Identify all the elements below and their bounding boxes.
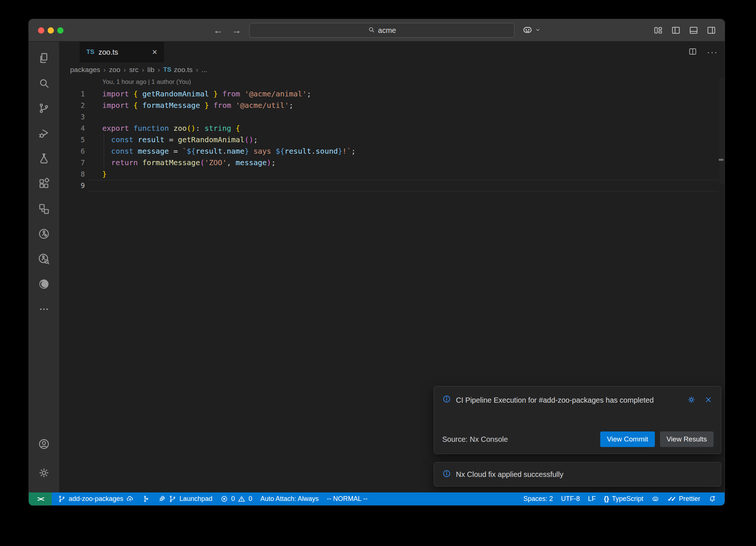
activity-testing-icon[interactable] [29, 146, 59, 171]
indent-guide [104, 134, 104, 168]
breadcrumb-item--[interactable]: ... [202, 66, 207, 74]
command-center-search[interactable]: acme [249, 23, 515, 38]
minimize-window-button[interactable] [48, 27, 54, 34]
activity-accounts-icon[interactable] [29, 430, 59, 458]
problems-label: 0 [248, 495, 252, 503]
notification-settings-gear-icon[interactable] [687, 395, 696, 406]
notification-toast-ci-pipeline: CI Pipeline Execution for #add-zoo-packa… [434, 386, 721, 454]
copilot-icon [652, 495, 659, 503]
close-window-button[interactable] [38, 27, 44, 34]
statusbar-launchpad[interactable]: Launchpad [154, 492, 216, 505]
notification-message: CI Pipeline Execution for #add-zoo-packa… [456, 395, 672, 406]
view-results-button[interactable]: View Results [660, 431, 714, 447]
copilot-menu[interactable] [522, 24, 541, 37]
close-tab-icon[interactable]: × [152, 48, 157, 57]
line-number: 2 [59, 100, 85, 111]
navigate-back-button[interactable]: ← [213, 25, 223, 36]
problems-label: 0 [231, 495, 235, 503]
rocket-icon [158, 495, 166, 503]
breadcrumb-item-lib[interactable]: lib [147, 66, 154, 74]
info-icon [442, 395, 451, 405]
branch-icon [58, 495, 66, 503]
statusbar-pipeline-status[interactable] [138, 492, 154, 505]
code-line: 4export function zoo(): string { [59, 123, 725, 134]
statusbar-language-mode[interactable]: {}TypeScript [600, 492, 647, 505]
statusbar-copilot-status[interactable] [647, 492, 663, 505]
language-mode-label: TypeScript [612, 495, 643, 503]
layout-controls [653, 25, 717, 37]
split-editor-icon[interactable] [688, 47, 697, 58]
editor-scrollbar[interactable] [719, 77, 725, 184]
toggle-primary-sidebar-icon[interactable] [671, 25, 681, 37]
view-commit-button[interactable]: View Commit [600, 431, 655, 447]
language-mode-glyph: {} [604, 495, 609, 503]
activity-explorer-icon[interactable] [29, 45, 59, 71]
code-editor[interactable]: 1import { getRandomAnimal } from '@acme/… [59, 88, 725, 191]
line-number: 9 [59, 180, 85, 191]
git-blame-annotation: You, 1 hour ago | 1 author (You) [102, 78, 191, 86]
statusbar-auto-attach[interactable]: Auto Attach: Always [256, 492, 323, 505]
info-icon [442, 469, 451, 480]
typescript-file-icon: TS [86, 48, 94, 56]
activity-search-icon[interactable] [29, 71, 59, 96]
statusbar-formatter[interactable]: ✓✓Prettier [663, 492, 704, 505]
line-number: 5 [59, 134, 85, 146]
pipeline-icon [142, 495, 150, 503]
statusbar-eol[interactable]: LF [584, 492, 600, 505]
code-line: 2import { formatMessage } from '@acme/ut… [59, 100, 725, 111]
more-actions-icon[interactable]: ··· [707, 47, 718, 57]
remote-indicator[interactable]: >< [29, 492, 52, 505]
statusbar-problems[interactable]: 00 [216, 492, 256, 505]
error-icon [220, 495, 228, 503]
line-number: 7 [59, 157, 85, 168]
statusbar-encoding[interactable]: UTF-8 [557, 492, 584, 505]
activity-remote-explorer-icon[interactable] [29, 196, 59, 221]
notification-close-icon[interactable] [704, 395, 713, 406]
activity-source-control-icon[interactable] [29, 96, 59, 121]
breadcrumb-item-zoo[interactable]: zoo [109, 66, 120, 74]
indentation-label: Spaces: 2 [523, 495, 553, 503]
code-line: 5 const result = getRandomAnimal(); [59, 134, 725, 146]
statusbar-branch-status[interactable]: add-zoo-packages [54, 492, 138, 505]
notification-message: Nx Cloud fix applied successfully [456, 470, 563, 479]
line-number: 1 [59, 88, 85, 100]
code-line: 1import { getRandomAnimal } from '@acme/… [59, 88, 725, 100]
branch-small-icon [169, 495, 176, 503]
zoom-window-button[interactable] [57, 27, 63, 34]
activity-more-views-icon[interactable] [29, 297, 59, 322]
code-line: 7 return formatMessage('ZOO', message); [59, 157, 725, 168]
statusbar-notifications-bell[interactable] [704, 492, 720, 505]
desktop-background: ← → acme TS [0, 0, 756, 546]
statusbar-vim-mode[interactable]: -- NORMAL -- [323, 492, 371, 505]
breadcrumb-item-zoo-ts[interactable]: TSzoo.ts [163, 66, 192, 74]
line-number: 4 [59, 123, 85, 134]
branch-status-label: add-zoo-packages [69, 495, 123, 503]
eol-label: LF [588, 495, 596, 503]
activity-nx-cloud-icon[interactable] [29, 246, 59, 272]
breadcrumb-item-packages[interactable]: packages [70, 66, 100, 74]
navigate-forward-button[interactable]: → [232, 25, 241, 36]
activity-extensions-icon[interactable] [29, 171, 59, 196]
chevron-down-icon [535, 27, 541, 35]
activity-settings-gear-icon[interactable] [29, 458, 59, 487]
line-number: 3 [59, 111, 85, 123]
code-line: 3 [59, 111, 725, 123]
tab-zoo-ts[interactable]: TS zoo.ts × [80, 42, 164, 62]
code-line: 8} [59, 168, 725, 180]
customize-layout-icon[interactable] [653, 25, 663, 37]
activity-edge-browser-icon[interactable] [29, 272, 59, 297]
launchpad-label: Launchpad [179, 495, 212, 503]
titlebar: ← → acme [29, 19, 725, 41]
notification-toast-nx-cloud: Nx Cloud fix applied successfully [434, 462, 721, 487]
statusbar-indentation[interactable]: Spaces: 2 [519, 492, 557, 505]
breadcrumb-separator-icon: › [124, 66, 126, 74]
cloud-upload-icon [126, 495, 134, 503]
breadcrumb-item-src[interactable]: src [129, 66, 138, 74]
activity-nx-console-icon[interactable] [29, 221, 59, 246]
breadcrumb-separator-icon: › [142, 66, 144, 74]
activity-run-debug-icon[interactable] [29, 121, 59, 146]
toggle-panel-icon[interactable] [688, 25, 699, 37]
auto-attach-label: Auto Attach: Always [260, 495, 319, 503]
overview-ruler-marker [719, 159, 724, 161]
toggle-secondary-sidebar-icon[interactable] [706, 25, 717, 37]
